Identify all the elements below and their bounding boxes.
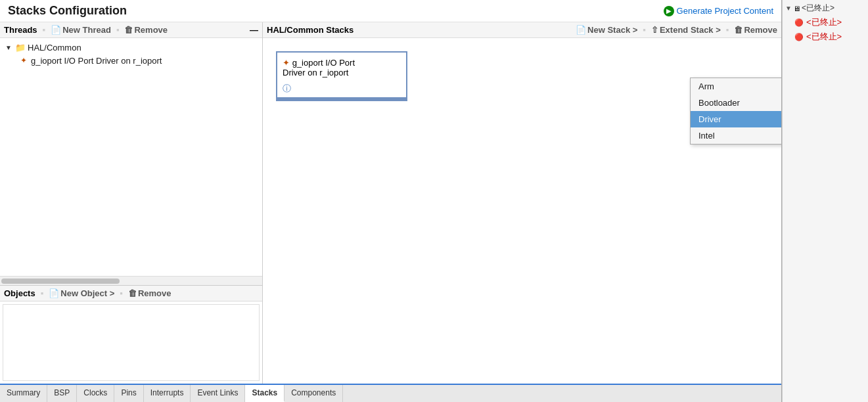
scroll-thumb bbox=[1, 279, 120, 284]
card-title-line2: Driver on r_ioport bbox=[283, 68, 348, 78]
menu-item-intel-label: Intel bbox=[698, 131, 715, 141]
generate-project-btn[interactable]: ▶ Generate Project Content bbox=[664, 6, 773, 16]
menu-level1: Arm ▶ Bootloader ▶ Driver ▶ bbox=[690, 78, 781, 145]
new-thread-icon: 📄 bbox=[51, 25, 61, 35]
objects-content bbox=[3, 304, 260, 381]
right-item-icon-0: 🔴 bbox=[794, 18, 804, 27]
menu-item-driver-label: Driver bbox=[698, 114, 721, 124]
objects-remove-icon: 🗑 bbox=[128, 288, 137, 298]
stacks-panel: HAL/Common Stacks 📄 New Stack > ▪ ⇧ Exte… bbox=[263, 22, 781, 384]
menu-item-driver[interactable]: Driver ▶ bbox=[691, 111, 781, 127]
extend-stack-label: Extend Stack > bbox=[660, 25, 721, 35]
right-panel: ▼ 🖥 <已终止> 🔴 <已终止> 🔴 <已终止> bbox=[782, 0, 868, 402]
menu-item-arm-label: Arm bbox=[698, 81, 714, 91]
new-object-btn[interactable]: 📄 New Object > bbox=[49, 288, 114, 298]
tab-bsp[interactable]: BSP bbox=[47, 385, 77, 402]
stacks-panel-title: HAL/Common Stacks bbox=[267, 25, 354, 35]
right-item-label-1: <已终止> bbox=[806, 31, 842, 43]
expand-icon: ▼ bbox=[5, 44, 13, 51]
objects-panel: Objects ▪ 📄 New Object > ▪ 🗑 Remove bbox=[0, 285, 262, 384]
tab-summary[interactable]: Summary bbox=[0, 385, 47, 402]
menu-item-arm[interactable]: Arm ▶ bbox=[691, 78, 781, 95]
tree-label-halcommon: HAL/Common bbox=[28, 43, 81, 53]
objects-panel-header: Objects ▪ 📄 New Object > ▪ 🗑 Remove bbox=[0, 286, 262, 302]
tab-interrupts[interactable]: Interrupts bbox=[144, 385, 191, 402]
threads-remove-btn[interactable]: 🗑 Remove bbox=[124, 25, 168, 35]
right-panel-item-0[interactable]: 🔴 <已终止> bbox=[784, 15, 867, 30]
threads-remove-label: Remove bbox=[134, 25, 168, 35]
right-panel-item-1[interactable]: 🔴 <已终止> bbox=[784, 30, 867, 44]
right-panel-toolbar-icon: 🖥 bbox=[793, 5, 800, 12]
tab-pins[interactable]: Pins bbox=[114, 385, 143, 402]
threads-panel-header: Threads ▪ 📄 New Thread ▪ 🗑 Remove — bbox=[0, 22, 262, 38]
new-stack-label: New Stack > bbox=[587, 25, 637, 35]
stacks-canvas: ✦ g_ioport I/O Port Driver on r_ioport ⓘ… bbox=[263, 38, 781, 384]
context-menu-overlay: Arm ▶ Bootloader ▶ Driver ▶ bbox=[690, 78, 781, 145]
right-expand-icon: ▼ bbox=[785, 5, 792, 12]
stacks-remove-icon: 🗑 bbox=[734, 25, 742, 35]
extend-stack-btn[interactable]: ⇧ Extend Stack > bbox=[651, 25, 721, 35]
bottom-tabs: Summary BSP Clocks Pins Interrupts Event… bbox=[0, 384, 781, 402]
menu-item-intel[interactable]: Intel ▶ bbox=[691, 127, 781, 144]
tree-children: ✦ g_ioport I/O Port Driver on r_ioport bbox=[3, 54, 260, 67]
new-thread-label: New Thread bbox=[62, 25, 111, 35]
menu-item-bootloader[interactable]: Bootloader ▶ bbox=[691, 95, 781, 111]
tab-components[interactable]: Components bbox=[285, 385, 343, 402]
card-footer bbox=[277, 97, 406, 100]
content-area: Threads ▪ 📄 New Thread ▪ 🗑 Remove — bbox=[0, 22, 781, 384]
extend-stack-icon: ⇧ bbox=[651, 25, 658, 35]
right-item-label-0: <已终止> bbox=[806, 16, 842, 28]
stacks-header: Stacks Configuration ▶ Generate Project … bbox=[0, 0, 781, 22]
objects-title: Objects bbox=[4, 288, 35, 298]
tab-stacks[interactable]: Stacks bbox=[245, 385, 285, 402]
stack-card-ioport[interactable]: ✦ g_ioport I/O Port Driver on r_ioport ⓘ bbox=[276, 51, 407, 101]
threads-title: Threads bbox=[4, 25, 37, 35]
card-title-line1: g_ioport I/O Port bbox=[292, 58, 355, 68]
folder-icon: 📁 bbox=[15, 42, 26, 53]
menu-item-bootloader-label: Bootloader bbox=[698, 98, 740, 108]
stacks-remove-label: Remove bbox=[744, 25, 777, 35]
objects-remove-label: Remove bbox=[138, 288, 171, 298]
component-icon: ✦ bbox=[18, 55, 29, 66]
new-stack-btn[interactable]: 📄 New Stack > bbox=[576, 25, 637, 35]
objects-remove-btn[interactable]: 🗑 Remove bbox=[128, 288, 171, 298]
tree-item-ioport[interactable]: ✦ g_ioport I/O Port Driver on r_ioport bbox=[16, 54, 260, 67]
threads-scrollbar[interactable] bbox=[0, 276, 262, 285]
new-stack-icon: 📄 bbox=[576, 25, 586, 35]
threads-tree: ▼ 📁 HAL/Common ✦ g_ioport I/O Port Drive… bbox=[0, 38, 262, 276]
new-object-icon: 📄 bbox=[49, 288, 59, 298]
right-panel-root-label: <已终止> bbox=[802, 3, 834, 14]
right-item-icon-1: 🔴 bbox=[794, 33, 804, 41]
stacks-panel-header: HAL/Common Stacks 📄 New Stack > ▪ ⇧ Exte… bbox=[263, 22, 781, 38]
page-title: Stacks Configuration bbox=[8, 4, 127, 18]
card-component-icon: ✦ bbox=[283, 58, 290, 68]
new-thread-btn[interactable]: 📄 New Thread bbox=[51, 25, 111, 35]
tree-item-halcommon[interactable]: ▼ 📁 HAL/Common bbox=[3, 41, 260, 54]
stacks-remove-btn[interactable]: 🗑 Remove bbox=[734, 25, 777, 35]
info-icon: ⓘ bbox=[283, 83, 401, 95]
new-object-label: New Object > bbox=[60, 288, 114, 298]
threads-minimize-btn[interactable]: — bbox=[250, 25, 258, 35]
threads-remove-icon: 🗑 bbox=[124, 25, 133, 35]
tab-event-links[interactable]: Event Links bbox=[191, 385, 245, 402]
tree-label-ioport: g_ioport I/O Port Driver on r_ioport bbox=[31, 56, 162, 66]
generate-icon: ▶ bbox=[664, 6, 674, 16]
tab-clocks[interactable]: Clocks bbox=[77, 385, 114, 402]
generate-btn-label: Generate Project Content bbox=[677, 6, 773, 16]
threads-panel: Threads ▪ 📄 New Thread ▪ 🗑 Remove — bbox=[0, 22, 263, 384]
right-panel-root: ▼ 🖥 <已终止> bbox=[784, 1, 867, 15]
